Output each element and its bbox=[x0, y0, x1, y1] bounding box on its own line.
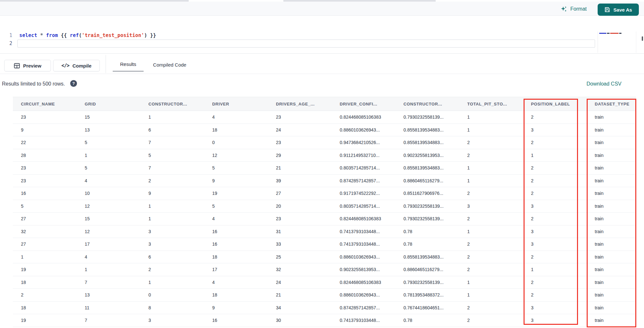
table-cell: 0.7930232558139... bbox=[403, 280, 467, 285]
table-cell: 29 bbox=[276, 153, 340, 158]
table-cell: 3 bbox=[148, 241, 212, 247]
table-cell: 18 bbox=[21, 280, 85, 285]
column-header[interactable]: DRIVER bbox=[212, 102, 276, 106]
compile-button[interactable]: </> Compile bbox=[53, 60, 100, 71]
sql-editor[interactable]: 1 2 select * from {{ ref('train_test_pos… bbox=[0, 16, 644, 53]
table-cell: 0.8558139534883... bbox=[403, 140, 467, 145]
table-cell: 1 bbox=[21, 254, 85, 260]
column-header[interactable]: GRID bbox=[85, 102, 148, 106]
table-cell: 3 bbox=[531, 305, 595, 310]
column-header[interactable]: POSITION_LABEL bbox=[531, 102, 595, 106]
table-row: 231514230.8244680851063830.7930232558139… bbox=[13, 111, 636, 124]
table-row: 1610919270.9171974522292...0.85116279069… bbox=[13, 187, 636, 200]
table-cell: 0.9112149532710... bbox=[340, 153, 403, 158]
table-cell: 2 bbox=[531, 114, 595, 120]
table-cell: 0.9473684210526... bbox=[340, 140, 403, 145]
table-cell: 17 bbox=[85, 241, 148, 247]
action-row: Preview </> Compile Results Compiled Cod… bbox=[0, 53, 644, 74]
column-header[interactable]: TOTAL_PIT_STO... bbox=[467, 102, 531, 106]
table-cell: 7 bbox=[85, 318, 148, 323]
table-cell: 1 bbox=[148, 280, 212, 285]
table-cell: 12 bbox=[85, 204, 148, 209]
editor-minimap[interactable] bbox=[598, 32, 636, 53]
table-cell: 21 bbox=[276, 165, 340, 170]
table-cell: 13 bbox=[85, 127, 148, 132]
table-cell: 3 bbox=[531, 318, 595, 323]
table-cell: 0.8860103626943... bbox=[340, 127, 403, 132]
table-cell: 0.7674418604651... bbox=[403, 305, 467, 310]
column-header[interactable]: CONSTRUCTOR... bbox=[403, 102, 467, 106]
table-cell: 3 bbox=[531, 127, 595, 132]
column-header[interactable]: DATASET_TYPE bbox=[595, 102, 636, 106]
table-cell: 0 bbox=[212, 140, 276, 145]
tab-compiled-code[interactable]: Compiled Code bbox=[149, 58, 191, 72]
table-cell: 2 bbox=[467, 216, 531, 221]
table-cell: 2 bbox=[21, 292, 85, 297]
table-cell: 0.7413793103448... bbox=[340, 318, 403, 323]
table-cell: 3 bbox=[467, 204, 531, 209]
help-icon[interactable]: ? bbox=[70, 80, 77, 87]
table-cell: 0.8035714285714... bbox=[340, 165, 403, 170]
table-cell: 9 bbox=[148, 191, 212, 196]
table-cell: 2 bbox=[467, 267, 531, 272]
column-header[interactable]: DRIVER_CONFI... bbox=[340, 102, 403, 106]
table-grid-icon bbox=[14, 63, 20, 69]
table-cell: 9 bbox=[212, 178, 276, 183]
code-line-1[interactable]: select * from {{ ref('train_test_positio… bbox=[19, 32, 156, 40]
table-cell: 0.8860465116279... bbox=[403, 178, 467, 183]
table-cell: 1 bbox=[85, 153, 148, 158]
table-cell: 2 bbox=[467, 191, 531, 196]
column-header[interactable]: CIRCUIT_NAME bbox=[21, 102, 85, 106]
table-cell: train bbox=[595, 114, 636, 120]
table-cell: 1 bbox=[467, 178, 531, 183]
table-cell: 11 bbox=[85, 305, 148, 310]
table-cell: 3 bbox=[531, 229, 595, 234]
results-panel: Results limited to 500 rows. ? Download … bbox=[0, 74, 644, 328]
table-cell: train bbox=[595, 140, 636, 145]
save-icon bbox=[604, 7, 610, 13]
table-cell: 2 bbox=[531, 165, 595, 170]
sparkles-icon bbox=[560, 5, 567, 13]
table-cell: 5 bbox=[21, 204, 85, 209]
line-number-2: 2 bbox=[4, 41, 12, 46]
table-cell: 0.7930232558139... bbox=[403, 114, 467, 120]
table-row: 197316300.7413793103448...0.7823train bbox=[13, 314, 636, 327]
table-cell: 0.8860103626943... bbox=[340, 292, 403, 297]
table-cell: 4 bbox=[85, 254, 148, 260]
active-line-highlight[interactable] bbox=[17, 40, 595, 48]
table-cell: 12 bbox=[212, 153, 276, 158]
table-row: 213018210.8860103626943...0.781395348837… bbox=[13, 289, 636, 302]
table-cell: 16 bbox=[21, 191, 85, 196]
table-cell: 18 bbox=[21, 305, 85, 310]
table-cell: 31 bbox=[276, 229, 340, 234]
table-cell: 19 bbox=[21, 318, 85, 323]
save-as-button[interactable]: Save As bbox=[598, 4, 639, 16]
table-cell: 1 bbox=[148, 216, 212, 221]
column-header[interactable]: DRIVERS_AGE_... bbox=[276, 102, 340, 106]
scrollbar-thumb[interactable] bbox=[642, 36, 643, 41]
table-cell: 0.824468085106383 bbox=[340, 114, 403, 120]
table-cell: 0.7413793103448... bbox=[340, 241, 403, 247]
tab-results[interactable]: Results bbox=[113, 58, 144, 72]
table-cell: 23 bbox=[276, 114, 340, 120]
table-cell: 3 bbox=[148, 229, 212, 234]
table-cell: 10 bbox=[85, 191, 148, 196]
table-cell: 32 bbox=[276, 267, 340, 272]
table-cell: 19 bbox=[212, 191, 276, 196]
table-cell: train bbox=[595, 191, 636, 196]
table-row: 23575210.8035714285714...0.8558139534883… bbox=[13, 162, 636, 175]
table-cell: 15 bbox=[85, 216, 148, 221]
table-cell: 7 bbox=[148, 165, 212, 170]
row-limit-notice: Results limited to 500 rows. bbox=[2, 81, 65, 87]
table-cell: 0.8558139534883... bbox=[403, 127, 467, 132]
preview-button[interactable]: Preview bbox=[4, 60, 51, 71]
download-csv-link[interactable]: Download CSV bbox=[587, 81, 622, 87]
table-cell: 30 bbox=[276, 318, 340, 323]
format-button[interactable]: Format bbox=[560, 4, 587, 14]
table-cell: 18 bbox=[212, 254, 276, 260]
column-header[interactable]: CONSTRUCTOR... bbox=[148, 102, 212, 106]
table-cell: 5 bbox=[85, 165, 148, 170]
table-cell: train bbox=[595, 127, 636, 132]
results-table: CIRCUIT_NAMEGRIDCONSTRUCTOR...DRIVERDRIV… bbox=[13, 97, 636, 327]
table-cell: 1 bbox=[467, 127, 531, 132]
